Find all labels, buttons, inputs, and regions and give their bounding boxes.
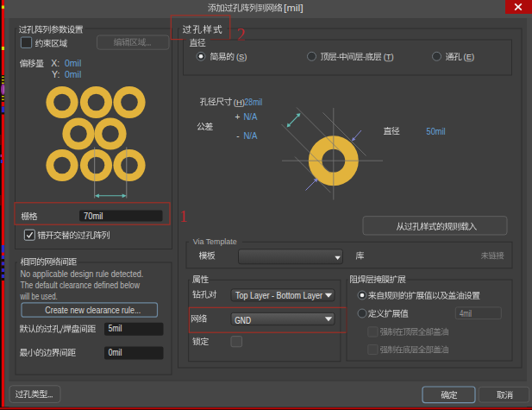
svg-text:[mil]: [mil]	[284, 3, 304, 13]
svg-text:N/A: N/A	[243, 130, 257, 141]
svg-text:(H): (H)	[234, 98, 245, 107]
svg-text:GND: GND	[235, 315, 251, 325]
svg-text:70mil: 70mil	[84, 211, 103, 221]
svg-text:50mil: 50mil	[427, 126, 446, 136]
svg-text:28mil: 28mil	[245, 97, 263, 107]
svg-text:5mil: 5mil	[109, 323, 122, 333]
svg-text:will be used.: will be used.	[20, 292, 58, 301]
svg-text:The default clearance defined: The default clearance defined below	[20, 281, 140, 290]
svg-text:2: 2	[237, 25, 246, 44]
svg-text:0mil: 0mil	[109, 347, 122, 357]
svg-text:Create new clearance rule...: Create new clearance rule...	[45, 306, 141, 315]
svg-text:4mil: 4mil	[460, 309, 472, 319]
svg-text:(S): (S)	[236, 53, 247, 61]
svg-text:+: +	[235, 112, 241, 122]
svg-text:Y:: Y:	[52, 69, 59, 79]
svg-text:(T): (T)	[384, 53, 394, 61]
svg-text:X:: X:	[51, 58, 59, 68]
svg-text:0mil: 0mil	[65, 58, 81, 68]
svg-text:1: 1	[179, 207, 188, 225]
svg-text:Top Layer - Bottom Layer: Top Layer - Bottom Layer	[235, 291, 323, 300]
svg-text:-: -	[236, 131, 239, 141]
svg-text:Via Template: Via Template	[193, 237, 237, 246]
svg-text:0mil: 0mil	[65, 69, 81, 79]
svg-text:No applicable design rule dete: No applicable design rule detected.	[20, 269, 143, 279]
svg-text:N/A: N/A	[243, 111, 257, 122]
svg-text:(E): (E)	[464, 53, 474, 61]
